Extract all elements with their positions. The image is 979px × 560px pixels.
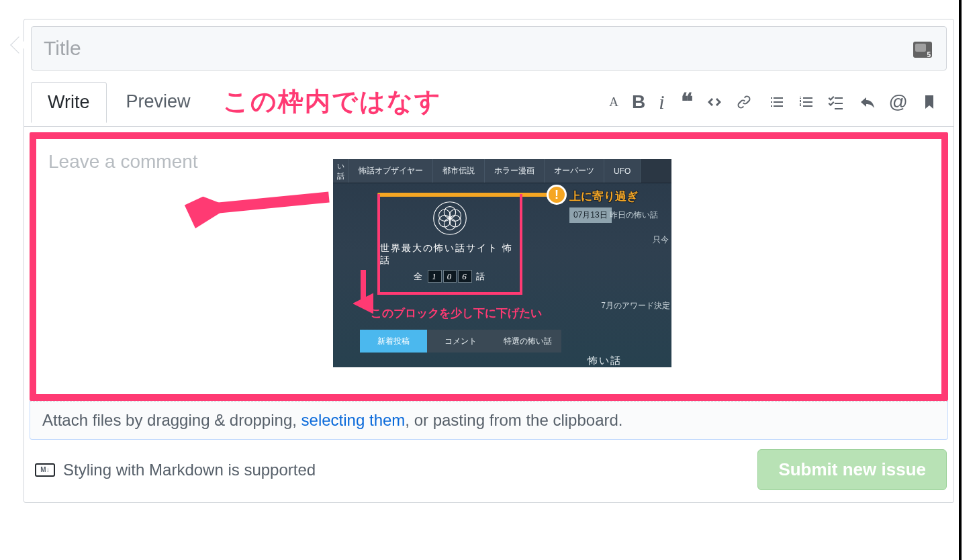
task-list-icon[interactable] bbox=[827, 94, 843, 110]
annotation-top: この枠内ではなす bbox=[223, 85, 442, 119]
embedded-nav: い話 怖話オブザイヤー 都市伝説 ホラー漫画 オーパーツ UFO bbox=[333, 159, 671, 183]
tab-preview[interactable]: Preview bbox=[109, 81, 207, 122]
bookmark-icon[interactable] bbox=[921, 94, 937, 110]
counter: 全 106 話 bbox=[414, 271, 487, 283]
unordered-list-icon[interactable] bbox=[768, 94, 784, 110]
date-chip: 07月13日 bbox=[569, 207, 612, 223]
title-row bbox=[24, 19, 953, 77]
italic-icon[interactable]: i bbox=[659, 91, 664, 113]
reply-icon[interactable] bbox=[859, 94, 876, 110]
nav-chip: い話 bbox=[333, 159, 349, 183]
title-input[interactable] bbox=[31, 26, 947, 71]
flower-logo-icon bbox=[432, 201, 467, 236]
select-files-link[interactable]: selecting them bbox=[301, 411, 406, 429]
warning-badge-icon: ! bbox=[547, 185, 567, 205]
embedded-footer-label: 怖い話 bbox=[588, 355, 622, 367]
nav-chip: オーパーツ bbox=[545, 159, 604, 183]
orange-label: 上に寄り過ぎ bbox=[569, 189, 638, 204]
date-text: 昨日の怖い話 bbox=[610, 209, 658, 221]
heading-icon[interactable]: A bbox=[609, 95, 618, 109]
attach-text-post: , or pasting from the clipboard. bbox=[405, 411, 622, 429]
right-page-divider bbox=[959, 0, 962, 560]
comment-area: Leave a comment い話 怖話オブザイヤー 都市伝説 ホラー漫画 オ… bbox=[30, 132, 948, 401]
svg-line-0 bbox=[208, 160, 328, 245]
ordered-list-icon[interactable] bbox=[798, 94, 814, 110]
highlighted-textarea-box[interactable]: Leave a comment い話 怖話オブザイヤー 都市伝説 ホラー漫画 オ… bbox=[30, 132, 948, 401]
pink-caption: このブロックを少し下に下げたい bbox=[371, 306, 542, 321]
attach-bar[interactable]: Attach files by dragging & dropping, sel… bbox=[30, 401, 948, 440]
bottom-row: M↓ Styling with Markdown is supported Su… bbox=[24, 440, 953, 502]
nav-chip: ホラー漫画 bbox=[485, 159, 545, 183]
right-note: 只今 bbox=[653, 234, 669, 246]
embedded-screenshot: い話 怖話オブザイヤー 都市伝説 ホラー漫画 オーパーツ UFO ! 上に寄り過… bbox=[333, 159, 671, 367]
toolbar: A B i ❝ @ bbox=[609, 91, 937, 113]
nav-chip: 怖話オブザイヤー bbox=[349, 159, 433, 183]
right-note: 7月のアワード決定 bbox=[601, 300, 670, 312]
embedded-bottom-tabs: 新着投稿 コメント 特選の怖い話 bbox=[360, 330, 561, 353]
link-icon[interactable] bbox=[736, 94, 752, 110]
embedded-site-title: 世界最大の怖い話サイト 怖話 bbox=[380, 242, 520, 267]
attach-text-pre: Attach files by dragging & dropping, bbox=[42, 411, 301, 429]
tab-write[interactable]: Write bbox=[31, 82, 107, 123]
embedded-tab: 新着投稿 bbox=[360, 330, 427, 353]
nav-chip: 都市伝説 bbox=[433, 159, 485, 183]
center-block: 世界最大の怖い話サイト 怖話 全 106 話 bbox=[377, 194, 522, 295]
submit-new-issue-button[interactable]: Submit new issue bbox=[757, 449, 947, 490]
tabs-bar: Write Preview この枠内ではなす A B i ❝ @ bbox=[24, 77, 953, 127]
embedded-tab: 特選の怖い話 bbox=[494, 330, 561, 353]
mention-icon[interactable]: @ bbox=[889, 91, 908, 113]
markdown-note[interactable]: M↓ Styling with Markdown is supported bbox=[31, 461, 316, 479]
quote-icon[interactable]: ❝ bbox=[681, 96, 693, 107]
markdown-icon: M↓ bbox=[35, 463, 55, 477]
markdown-text: Styling with Markdown is supported bbox=[63, 461, 316, 479]
embedded-tab: コメント bbox=[427, 330, 494, 353]
bold-icon[interactable]: B bbox=[632, 91, 645, 113]
nav-chip: UFO bbox=[604, 159, 641, 183]
extension-icon[interactable] bbox=[913, 42, 932, 58]
code-icon[interactable] bbox=[706, 94, 722, 110]
issue-form: Write Preview この枠内ではなす A B i ❝ @ bbox=[24, 19, 954, 503]
